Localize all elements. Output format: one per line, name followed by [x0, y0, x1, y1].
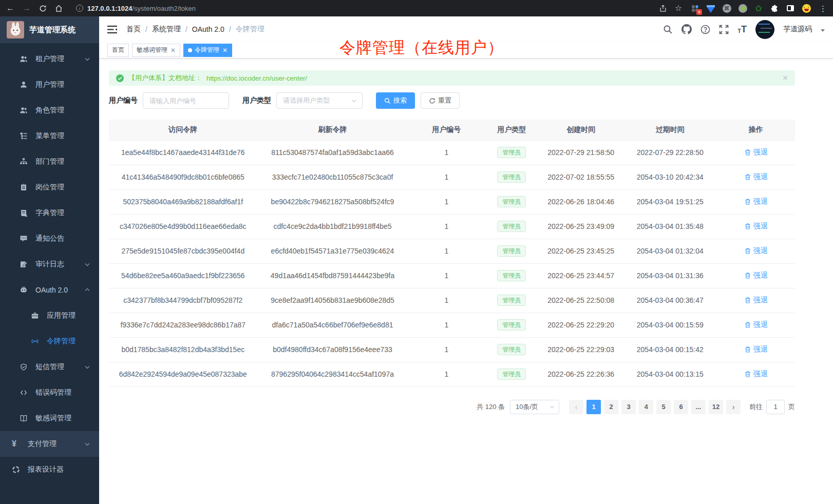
search-button[interactable]: 搜索 [376, 92, 415, 109]
sidebar-item-pay[interactable]: ¥支付管理 [0, 431, 99, 457]
user-avatar[interactable] [755, 20, 774, 39]
sidebar-item-label: 角色管理 [35, 106, 64, 115]
side-panel-icon[interactable] [786, 4, 795, 13]
site-info-icon[interactable]: i [76, 5, 83, 12]
expire-time-cell: 2054-03-04 00:13:15 [623, 362, 717, 386]
tab-首页[interactable]: 首页 [107, 44, 129, 57]
share-icon[interactable] [659, 5, 667, 12]
user-id-input[interactable] [143, 92, 229, 109]
help-icon[interactable] [701, 25, 710, 34]
user-type-select[interactable]: 请选择用户类型 [276, 92, 363, 109]
sidebar-item-report[interactable]: 报表设计器 [0, 457, 99, 482]
sidebar-item-label: 审计日志 [35, 260, 64, 269]
force-logout-button[interactable]: 强退 [744, 345, 768, 354]
force-logout-button[interactable]: 强退 [744, 296, 768, 305]
sidebar-item-tenant[interactable]: 租户管理 [0, 46, 99, 72]
sidebar-item-dict[interactable]: 字典管理 [0, 200, 99, 226]
sidebar-item-oauth2[interactable]: OAuth 2.0 [0, 277, 99, 303]
collapse-sidebar-icon[interactable] [107, 25, 117, 34]
tab-敏感词管理[interactable]: 敏感词管理✕ [132, 44, 180, 57]
command-extension-icon[interactable]: ⌘ [722, 4, 731, 13]
created-time-cell: 2022-06-25 23:45:25 [538, 239, 623, 263]
sidebar-item-role[interactable]: 角色管理 [0, 98, 99, 123]
access-token-cell: b0d1785bc3a8482f812db4a3f3bd15ec [109, 337, 257, 362]
table-row: 54d6be82ee5a460a9aedc1f9bf22365649d1aa46… [109, 263, 795, 288]
page-button-2[interactable]: 2 [604, 400, 618, 414]
breadcrumb-item[interactable]: 系统管理 [152, 25, 181, 34]
sidebar-item-error-code[interactable]: 错误码管理 [0, 380, 99, 405]
sidebar-item-dept[interactable]: 部门管理 [0, 149, 99, 175]
sidebar-item-audit-log[interactable]: 审计日志 [0, 251, 99, 277]
refresh-token-cell: be90422b8c7946218275a508bf524fc9 [257, 189, 408, 214]
sidebar-item-sensitive-word[interactable]: 敏感词管理 [0, 405, 99, 431]
page-size-select[interactable]: 10条/页 [510, 400, 559, 414]
sidebar-item-oauth2-token[interactable]: 令牌管理 [0, 328, 99, 354]
recorder-extension-icon[interactable] [738, 4, 747, 13]
tab-令牌管理[interactable]: 令牌管理✕ [183, 44, 232, 57]
sidebar-item-menu[interactable]: 菜单管理 [0, 123, 99, 149]
page-button-1[interactable]: 1 [586, 400, 601, 414]
close-icon[interactable]: ✕ [222, 47, 228, 54]
sidebar-item-label: 租户管理 [35, 54, 64, 64]
action-cell: 强退 [717, 362, 795, 386]
force-logout-button[interactable]: 强退 [744, 148, 768, 157]
access-token-cell: f9336e7c7dd242a283ee98dc86b17a87 [109, 313, 257, 337]
goto-page-input[interactable] [766, 400, 785, 414]
force-logout-button[interactable]: 强退 [744, 246, 768, 256]
prev-page-button[interactable]: ‹ [569, 400, 583, 414]
gem-extension-icon[interactable] [706, 4, 715, 13]
force-logout-button[interactable]: 强退 [744, 197, 768, 206]
font-size-icon[interactable]: TT [737, 25, 747, 34]
force-logout-button[interactable]: 强退 [744, 320, 768, 329]
reset-button[interactable]: 重置 [421, 92, 460, 109]
browser-menu-icon[interactable]: ⋮ [819, 5, 827, 12]
page-button-12[interactable]: 12 [709, 400, 723, 414]
page-button-3[interactable]: 3 [621, 400, 636, 414]
bookmark-star-icon[interactable]: ☆ [675, 4, 682, 12]
force-logout-button[interactable]: 强退 [744, 222, 768, 231]
refresh-token-cell: 333ecfc71e02480cb11055c875c3ca0f [257, 165, 408, 189]
sidebar-item-post[interactable]: 岗位管理 [0, 175, 99, 200]
chevron-down-icon [84, 261, 90, 267]
page-button-4[interactable]: 4 [639, 400, 653, 414]
sidebar-item-user[interactable]: 用户管理 [0, 72, 99, 98]
next-page-button[interactable]: › [726, 400, 741, 414]
force-logout-button[interactable]: 强退 [744, 172, 768, 182]
fullscreen-icon[interactable] [719, 25, 729, 34]
github-icon[interactable] [681, 24, 692, 34]
breadcrumb-item[interactable]: OAuth 2.0 [192, 25, 224, 33]
extension-grid-icon[interactable]: 9 [690, 4, 699, 13]
user-menu-caret-icon[interactable] [821, 29, 825, 32]
force-logout-button[interactable]: 强退 [744, 370, 768, 379]
address-bar[interactable]: i 127.0.0.1:1024/system/oauth2/token [76, 5, 651, 12]
puzzle-extension-icon[interactable] [770, 4, 779, 13]
alert-close-icon[interactable]: ✕ [782, 74, 788, 82]
page-button-6[interactable]: 6 [674, 400, 688, 414]
user-id-cell: 1 [408, 313, 485, 337]
app-logo-row[interactable]: 芋道管理系统 [0, 16, 99, 43]
report-icon [12, 466, 20, 474]
reload-icon[interactable] [39, 5, 47, 12]
emoji-extension-icon[interactable] [802, 4, 811, 13]
close-icon[interactable]: ✕ [171, 47, 176, 54]
doc-link[interactable]: https://doc.iocoder.cn/user-center/ [206, 74, 307, 82]
sidebar-item-sms[interactable]: 短信管理 [0, 354, 99, 380]
doc-alert: 【用户体系】文档地址： https://doc.iocoder.cn/user-… [109, 70, 795, 86]
sidebar-item-oauth2-app[interactable]: 应用管理 [0, 303, 99, 328]
home-icon[interactable] [55, 5, 63, 12]
star-extension-icon[interactable]: ✩ [754, 4, 763, 13]
user-type-cell: 管理员 [485, 165, 538, 189]
search-icon[interactable] [663, 25, 673, 34]
forward-icon[interactable]: → [23, 4, 31, 12]
notice-icon [20, 235, 28, 243]
page-button-5[interactable]: 5 [656, 400, 671, 414]
back-icon[interactable]: ← [6, 4, 14, 12]
force-logout-button[interactable]: 强退 [744, 271, 768, 280]
page-numbers: 123456...12 [585, 400, 725, 414]
user-name[interactable]: 芋道源码 [783, 25, 812, 34]
breadcrumb-item[interactable]: 首页 [126, 25, 141, 34]
oauth-icon [20, 286, 28, 294]
sidebar-item-label: 令牌管理 [47, 337, 75, 346]
sidebar-item-notice[interactable]: 通知公告 [0, 226, 99, 251]
more-pages-button[interactable]: ... [691, 400, 706, 414]
